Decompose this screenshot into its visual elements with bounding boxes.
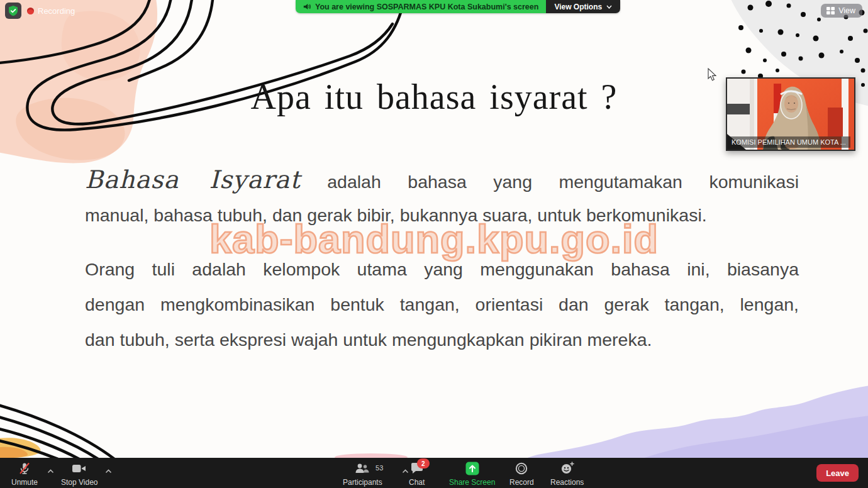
- reactions-label: Reactions: [550, 478, 584, 487]
- view-button[interactable]: View: [821, 4, 862, 18]
- unmute-options-caret[interactable]: [47, 469, 54, 474]
- slide-paragraph-2: Orang tuli adalah kelompok utama yang me…: [85, 252, 799, 357]
- recording-dot-icon: [27, 8, 34, 14]
- screen-share-banner: You are viewing SOSPARMAS KPU Kota Sukab…: [296, 0, 620, 13]
- share-screen-button[interactable]: Share Screen: [449, 462, 495, 487]
- paragraph1-line1-rest: adalah bahasa yang mengutamakan komunika…: [327, 172, 799, 192]
- recording-group: Recording: [5, 3, 75, 19]
- recording-indicator[interactable]: Recording: [27, 6, 75, 16]
- zoom-meeting-window: Apa itu bahasa isyarat ? Bahasa Isyarat …: [0, 0, 868, 488]
- share-screen-label: Share Screen: [449, 478, 495, 487]
- reactions-smiley-icon: [560, 462, 575, 475]
- share-banner-text: You are viewing SOSPARMAS KPU Kota Sukab…: [315, 3, 538, 11]
- unmute-label: Unmute: [11, 478, 38, 487]
- unmute-button[interactable]: Unmute: [11, 462, 38, 487]
- paragraph2-line3: dan tubuh, serta ekspresi wajah untuk me…: [85, 322, 799, 357]
- participants-count: 53: [376, 464, 383, 472]
- chevron-down-icon: [606, 5, 612, 9]
- decor-swirl-lines-bottom: [0, 404, 114, 459]
- speaker-icon: [303, 3, 311, 11]
- decor-yellow-watercolor: [0, 438, 40, 458]
- record-label: Record: [509, 478, 534, 487]
- chat-button[interactable]: 2 Chat: [409, 462, 425, 487]
- meeting-toolbar: Unmute Stop Video 53: [0, 458, 868, 488]
- reactions-button[interactable]: Reactions: [550, 462, 584, 487]
- recording-label: Recording: [38, 6, 75, 16]
- participant-name-caption: KOMISI PEMILIHAN UMUM KOTA ...: [727, 136, 850, 148]
- participants-icon: [354, 462, 370, 475]
- stop-video-options-caret[interactable]: [105, 469, 112, 474]
- camera-icon: [72, 463, 87, 474]
- paragraph2-line2: dengan mengkombinasikan bentuk tangan, o…: [85, 287, 799, 322]
- participant-video-thumbnail[interactable]: KOMISI PEMILIHAN UMUM KOTA ...: [726, 77, 855, 151]
- participants-label: Participants: [343, 478, 382, 487]
- slide-paragraph-1: Bahasa Isyarat adalah bahasa yang mengut…: [85, 162, 799, 233]
- security-shield-icon[interactable]: [5, 3, 21, 19]
- gallery-grid-icon: [826, 7, 835, 14]
- record-button[interactable]: Record: [509, 462, 534, 487]
- chat-label: Chat: [409, 478, 425, 487]
- record-icon: [515, 462, 528, 475]
- stop-video-button[interactable]: Stop Video: [61, 462, 98, 487]
- paragraph1-line1: Bahasa Isyarat adalah bahasa yang mengut…: [85, 162, 799, 197]
- participants-options-caret[interactable]: [402, 469, 409, 474]
- chat-unread-badge: 2: [417, 458, 430, 469]
- microphone-muted-icon: [18, 462, 31, 475]
- stop-video-label: Stop Video: [61, 478, 98, 487]
- participants-button[interactable]: 53 Participants: [343, 462, 382, 487]
- slide-body: Bahasa Isyarat adalah bahasa yang mengut…: [85, 162, 799, 357]
- view-button-label: View: [838, 6, 855, 15]
- share-screen-icon: [465, 462, 479, 475]
- leave-button[interactable]: Leave: [816, 464, 859, 482]
- view-options-label: View Options: [554, 3, 602, 11]
- view-options-button[interactable]: View Options: [546, 0, 620, 13]
- share-banner-message: You are viewing SOSPARMAS KPU Kota Sukab…: [296, 0, 546, 13]
- paragraph2-line1: Orang tuli adalah kelompok utama yang me…: [85, 252, 799, 287]
- paragraph1-line2: manual, bahasa tubuh, dan gerak bibir, b…: [85, 197, 799, 233]
- paragraph1-lead-phrase: Bahasa Isyarat: [85, 165, 301, 194]
